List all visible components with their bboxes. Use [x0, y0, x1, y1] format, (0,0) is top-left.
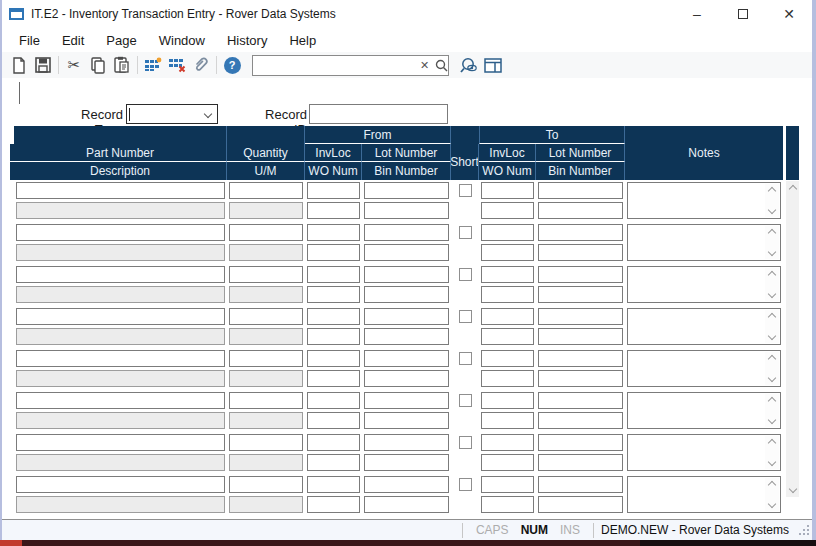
cut-button[interactable]: ✂ — [62, 54, 86, 76]
notes-scrollbar[interactable] — [765, 478, 779, 511]
to-invloc-input[interactable] — [481, 392, 534, 409]
maximize-button[interactable] — [720, 0, 766, 28]
from-lot-number-input[interactable] — [364, 350, 449, 367]
to-invloc-input[interactable] — [481, 350, 534, 367]
from-lot-number-input[interactable] — [364, 434, 449, 451]
scroll-down-icon[interactable] — [768, 206, 776, 214]
to-wo-num-input[interactable] — [481, 412, 534, 429]
from-wo-num-input[interactable] — [307, 370, 360, 387]
from-wo-num-input[interactable] — [307, 412, 360, 429]
quantity-input[interactable] — [229, 224, 303, 241]
from-invloc-input[interactable] — [307, 182, 360, 199]
part-number-input[interactable] — [16, 266, 225, 283]
scrollbar-up-icon[interactable] — [788, 185, 796, 193]
scroll-down-icon[interactable] — [768, 290, 776, 298]
to-bin-number-input[interactable] — [538, 370, 623, 387]
to-invloc-input[interactable] — [481, 434, 534, 451]
from-lot-number-input[interactable] — [364, 392, 449, 409]
search-clear-icon[interactable]: ✕ — [416, 59, 433, 72]
notes-scrollbar[interactable] — [765, 352, 779, 385]
short-checkbox[interactable] — [459, 226, 472, 239]
to-wo-num-input[interactable] — [481, 454, 534, 471]
to-bin-number-input[interactable] — [538, 202, 623, 219]
short-checkbox[interactable] — [459, 478, 472, 491]
to-invloc-input[interactable] — [481, 224, 534, 241]
from-invloc-input[interactable] — [307, 224, 360, 241]
scroll-down-icon[interactable] — [768, 416, 776, 424]
to-invloc-input[interactable] — [481, 308, 534, 325]
quantity-input[interactable] — [229, 392, 303, 409]
to-wo-num-input[interactable] — [481, 496, 534, 513]
to-lot-number-input[interactable] — [538, 308, 623, 325]
to-wo-num-input[interactable] — [481, 286, 534, 303]
scroll-down-icon[interactable] — [768, 332, 776, 340]
quantity-input[interactable] — [229, 266, 303, 283]
scroll-up-icon[interactable] — [768, 187, 776, 195]
to-lot-number-input[interactable] — [538, 392, 623, 409]
menu-window[interactable]: Window — [148, 30, 216, 51]
from-bin-number-input[interactable] — [364, 286, 449, 303]
part-number-input[interactable] — [16, 476, 225, 493]
from-wo-num-input[interactable] — [307, 202, 360, 219]
close-button[interactable]: ✕ — [766, 0, 812, 28]
scroll-up-icon[interactable] — [768, 439, 776, 447]
to-lot-number-input[interactable] — [538, 224, 623, 241]
part-number-input[interactable] — [16, 434, 225, 451]
delete-row-button[interactable] — [165, 54, 189, 76]
to-wo-num-input[interactable] — [481, 370, 534, 387]
search-icon[interactable] — [433, 59, 452, 72]
to-bin-number-input[interactable] — [538, 412, 623, 429]
quantity-input[interactable] — [229, 350, 303, 367]
menu-page[interactable]: Page — [95, 30, 147, 51]
attachment-button[interactable] — [189, 54, 213, 76]
notes-scrollbar[interactable] — [765, 268, 779, 301]
quantity-input[interactable] — [229, 434, 303, 451]
short-checkbox[interactable] — [459, 352, 472, 365]
search-input[interactable] — [253, 57, 416, 74]
notes-scrollbar[interactable] — [765, 394, 779, 427]
scroll-up-icon[interactable] — [768, 355, 776, 363]
notes-input[interactable] — [627, 266, 781, 303]
scroll-up-icon[interactable] — [768, 229, 776, 237]
from-invloc-input[interactable] — [307, 350, 360, 367]
to-invloc-input[interactable] — [481, 476, 534, 493]
quantity-input[interactable] — [229, 476, 303, 493]
short-checkbox[interactable] — [459, 268, 472, 281]
to-lot-number-input[interactable] — [538, 476, 623, 493]
insert-row-button[interactable] — [141, 54, 165, 76]
from-invloc-input[interactable] — [307, 308, 360, 325]
notes-input[interactable] — [627, 308, 781, 345]
menu-history[interactable]: History — [216, 30, 278, 51]
scroll-up-icon[interactable] — [768, 397, 776, 405]
copy-button[interactable] — [86, 54, 110, 76]
from-bin-number-input[interactable] — [364, 454, 449, 471]
from-wo-num-input[interactable] — [307, 244, 360, 261]
part-number-input[interactable] — [16, 308, 225, 325]
lookup-button[interactable] — [457, 54, 481, 76]
from-bin-number-input[interactable] — [364, 496, 449, 513]
new-document-button[interactable] — [7, 54, 31, 76]
scroll-down-icon[interactable] — [768, 248, 776, 256]
part-number-input[interactable] — [16, 182, 225, 199]
notes-input[interactable] — [627, 476, 781, 513]
from-lot-number-input[interactable] — [364, 476, 449, 493]
record-id-input[interactable] — [309, 104, 448, 124]
scroll-down-icon[interactable] — [768, 374, 776, 382]
notes-scrollbar[interactable] — [765, 310, 779, 343]
from-bin-number-input[interactable] — [364, 370, 449, 387]
to-bin-number-input[interactable] — [538, 454, 623, 471]
from-invloc-input[interactable] — [307, 476, 360, 493]
part-number-input[interactable] — [16, 350, 225, 367]
quantity-input[interactable] — [229, 308, 303, 325]
to-bin-number-input[interactable] — [538, 244, 623, 261]
from-lot-number-input[interactable] — [364, 224, 449, 241]
from-bin-number-input[interactable] — [364, 328, 449, 345]
layout-button[interactable] — [481, 54, 505, 76]
to-lot-number-input[interactable] — [538, 266, 623, 283]
short-checkbox[interactable] — [459, 436, 472, 449]
from-wo-num-input[interactable] — [307, 454, 360, 471]
save-button[interactable] — [31, 54, 55, 76]
notes-input[interactable] — [627, 434, 781, 471]
to-lot-number-input[interactable] — [538, 350, 623, 367]
short-checkbox[interactable] — [459, 310, 472, 323]
